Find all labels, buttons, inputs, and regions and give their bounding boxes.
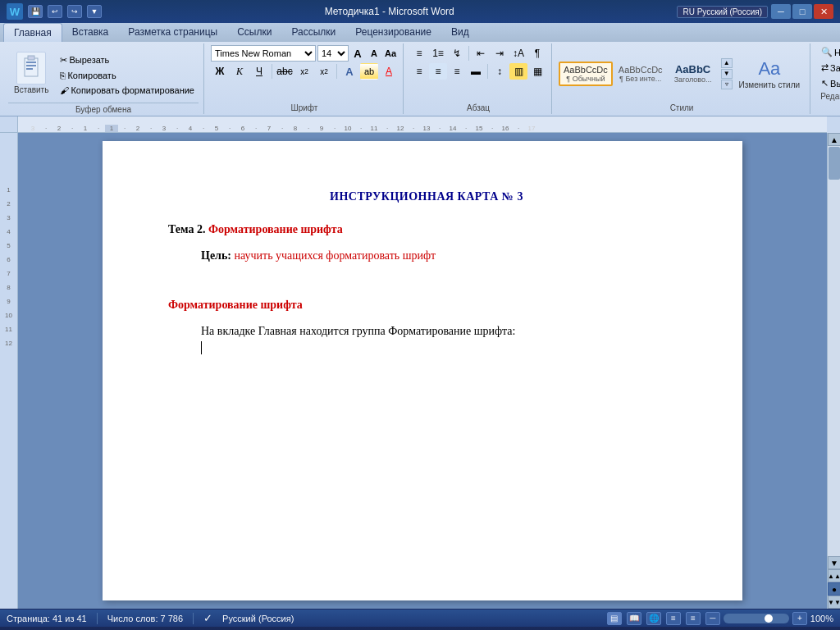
subscript-button[interactable]: x2 [295,63,313,80]
styles-gallery: AaBbCcDc ¶ Обычный AaBbCcDc ¶ Без инте..… [559,61,718,86]
svg-rect-0 [25,58,38,76]
zoom-out-button[interactable]: ─ [705,612,720,625]
increase-indent-button[interactable]: ⇥ [491,45,509,62]
scroll-down-button[interactable]: ▼ [828,556,840,569]
underline-button[interactable]: Ч [250,63,268,80]
close-button[interactable]: ✕ [814,4,833,19]
font-color-button[interactable]: A [380,63,398,80]
shading-button[interactable]: ▥ [509,63,527,80]
align-center-button[interactable]: ≡ [429,63,447,80]
paste-button[interactable]: Вставить [8,48,54,98]
text-effects-button[interactable]: A [340,63,358,80]
numbering-button[interactable]: 1≡ [429,45,447,62]
print-layout-button[interactable]: ▤ [607,612,622,625]
scroll-thumb[interactable] [829,147,840,180]
justify-button[interactable]: ▬ [467,63,485,80]
highlight-button[interactable]: ab [360,63,378,80]
bullets-button[interactable]: ≡ [410,45,428,62]
grow-font-button[interactable]: A [350,46,365,61]
scroll-up-button[interactable]: ▲ [828,133,840,146]
customize-qa-button[interactable]: ▼ [87,5,102,18]
font-name-row: Times New Roman 14 A A Аа [211,45,398,62]
outline-button[interactable]: ≡ [666,612,681,625]
borders-button[interactable]: ▦ [528,63,546,80]
document-tema: Тема 2. Форматирование шрифта [168,223,685,236]
find-button[interactable]: 🔍 Найти ▼ [817,45,840,59]
undo-button[interactable]: ↩ [48,5,62,18]
window-controls: ─ □ ✕ [771,4,833,19]
copy-button[interactable]: ⎘ Копировать [56,69,199,82]
italic-button[interactable]: К [231,63,249,80]
tab-mailings[interactable]: Рассылки [281,23,345,42]
spacer1 [168,282,685,299]
save-button[interactable]: 💾 [28,5,43,18]
tab-home[interactable]: Главная [3,23,62,42]
ribbon-tabs: Главная Вставка Разметка страницы Ссылки… [0,23,840,42]
tab-view[interactable]: Вид [441,23,479,42]
spell-check[interactable]: ✓ [203,612,212,624]
tab-page-layout[interactable]: Разметка страницы [118,23,227,42]
language-status[interactable]: Русский (Россия) [222,614,294,623]
web-layout-button[interactable]: 🌐 [646,612,661,625]
align-row: ≡ ≡ ≡ ▬ ↕ ▥ ▦ [410,63,546,80]
tab-references[interactable]: Ссылки [227,23,281,42]
tab-review[interactable]: Рецензирование [345,23,441,42]
show-marks-button[interactable]: ¶ [528,45,546,62]
style-normal[interactable]: AaBbCcDc ¶ Обычный [559,62,613,86]
cut-button[interactable]: ✂ Вырезать [56,53,199,67]
sep3 [468,46,469,61]
bold-button[interactable]: Ж [211,63,229,80]
sort-button[interactable]: ↕A [509,45,527,62]
status-bar: Страница: 41 из 41 Число слов: 7 786 ✓ Р… [0,609,840,627]
multilevel-button[interactable]: ↯ [448,45,466,62]
select-button[interactable]: ↖ Выделить ▼ [817,76,840,90]
style-scroll-down[interactable]: ▼ [721,69,733,79]
change-case-button[interactable]: Аа [383,46,398,61]
ruler-scrollbar-top [827,116,840,133]
paragraph-group: ≡ 1≡ ↯ ⇤ ⇥ ↕A ¶ ≡ ≡ ≡ ▬ ↕ ▥ ▦ [405,43,552,114]
status-sep1 [97,613,98,624]
prev-page-button[interactable]: ▲▲ [828,569,840,582]
zoom-thumb [765,614,773,623]
scroll-track[interactable] [828,146,840,556]
status-sep2 [193,613,194,624]
spell-icon: ✓ [203,612,212,624]
font-name-select[interactable]: Times New Roman [211,45,316,62]
minimize-button[interactable]: ─ [771,4,791,19]
tab-insert[interactable]: Вставка [62,23,119,42]
strikethrough-button[interactable]: abc [276,63,294,80]
decrease-indent-button[interactable]: ⇤ [472,45,490,62]
line-spacing-button[interactable]: ↕ [491,63,509,80]
document-page: ИНСТРУКЦИОННАЯ КАРТА № 3 Тема 2. Формати… [103,141,742,600]
redo-button[interactable]: ↪ [67,5,82,18]
select-browse-button[interactable]: ● [828,582,840,596]
replace-button[interactable]: ⇄ Заменить [817,61,840,75]
format-painter-button[interactable]: 🖌 Копировать форматирование [56,84,199,97]
word-count-text: Число слов: 7 786 [107,614,183,623]
style-no-spacing[interactable]: AaBbCcDc ¶ Без инте... [614,62,667,85]
zoom-slider[interactable] [724,614,789,623]
zoom-in-button[interactable]: + [792,612,807,625]
copy-icon: ⎘ [60,71,66,80]
shrink-font-button[interactable]: A [367,46,381,61]
document-area[interactable]: ИНСТРУКЦИОННАЯ КАРТА № 3 Тема 2. Формати… [18,133,827,609]
style-no-spacing-label: ¶ Без инте... [619,75,663,83]
maximize-button[interactable]: □ [792,4,812,19]
language-indicator[interactable]: RU Русский (Россия) [677,6,768,18]
style-heading1-preview: AaBbC [673,63,714,75]
align-left-button[interactable]: ≡ [410,63,428,80]
font-format-row: Ж К Ч abc x2 x2 A ab A [211,63,398,80]
style-scroll-up[interactable]: ▲ [721,58,733,68]
next-page-button[interactable]: ▼▼ [828,596,840,609]
superscript-button[interactable]: x2 [315,63,333,80]
change-style-button[interactable]: Aa Изменить стили [734,55,805,93]
ribbon-content: Вставить ✂ Вырезать ⎘ Копировать 🖌 [0,42,840,116]
style-heading1[interactable]: AaBbC Заголово... [669,61,718,86]
section-title: Форматирование шрифта [168,299,685,312]
font-size-select[interactable]: 14 [317,45,349,62]
taskbar: ⊞ ▶ W Для методички W Методичка1 - Micr.… [0,627,840,630]
draft-button[interactable]: ≡ [686,612,701,625]
full-reading-button[interactable]: 📖 [627,612,641,625]
style-scroll-more[interactable]: ▿ [721,80,733,89]
align-right-button[interactable]: ≡ [448,63,466,80]
